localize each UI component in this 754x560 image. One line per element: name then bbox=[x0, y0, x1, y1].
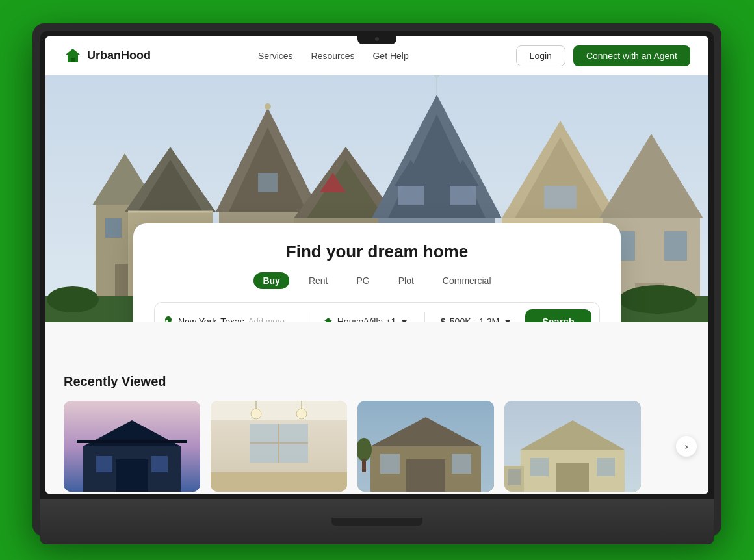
svg-rect-91 bbox=[556, 463, 589, 492]
card-image-1 bbox=[64, 401, 200, 492]
nav-links: Services Resources Get Help bbox=[258, 51, 409, 61]
location-pin-icon bbox=[162, 316, 174, 323]
svg-rect-93 bbox=[597, 458, 615, 476]
card-image-4 bbox=[504, 401, 641, 492]
add-more-label[interactable]: Add more... bbox=[248, 316, 292, 322]
property-type-dropdown[interactable]: House/Villa +1 ▼ bbox=[315, 316, 417, 323]
svg-rect-83 bbox=[406, 459, 445, 492]
login-button[interactable]: Login bbox=[516, 45, 566, 66]
svg-rect-84 bbox=[380, 454, 400, 474]
tab-commercial[interactable]: Commercial bbox=[434, 272, 500, 289]
svg-rect-79 bbox=[211, 472, 347, 492]
svg-point-61 bbox=[619, 285, 697, 314]
svg-rect-95 bbox=[508, 469, 521, 485]
search-bar: New York Texas Add more... House/Villa +… bbox=[154, 302, 600, 322]
home-icon bbox=[323, 316, 333, 323]
main-content: Recently Viewed bbox=[46, 322, 708, 494]
svg-point-22 bbox=[265, 103, 271, 110]
property-type-label: House/Villa +1 bbox=[337, 316, 396, 323]
search-card: Find your dream home Buy Rent PG Plot Co… bbox=[133, 223, 621, 322]
price-range-dropdown[interactable]: $ 500K - 1.2M ▼ bbox=[433, 316, 520, 323]
property-card-2[interactable] bbox=[211, 401, 347, 492]
divider-2 bbox=[424, 312, 425, 323]
svg-point-72 bbox=[251, 409, 261, 419]
tab-rent[interactable]: Rent bbox=[300, 272, 337, 289]
svg-rect-0 bbox=[71, 58, 75, 62]
property-dropdown-chevron: ▼ bbox=[400, 316, 409, 323]
svg-rect-33 bbox=[398, 186, 424, 205]
nav-actions: Login Connect with an Agent bbox=[516, 45, 690, 66]
svg-rect-20 bbox=[258, 173, 278, 192]
property-card-3[interactable] bbox=[358, 401, 494, 492]
svg-rect-52 bbox=[544, 186, 577, 209]
laptop-hinge bbox=[332, 518, 422, 526]
location-tag-ny: New York bbox=[178, 316, 216, 323]
property-card-1[interactable] bbox=[64, 401, 200, 492]
search-tabs: Buy Rent PG Plot Commercial bbox=[154, 272, 600, 289]
card-image-2 bbox=[211, 401, 347, 492]
tab-plot[interactable]: Plot bbox=[389, 272, 423, 289]
divider-1 bbox=[307, 312, 307, 323]
property-card-4[interactable] bbox=[504, 401, 641, 492]
property-cards-row: › bbox=[64, 401, 690, 492]
price-range-label: 500K - 1.2M bbox=[450, 316, 499, 323]
hero-title: Find your dream home bbox=[154, 242, 600, 262]
nav-services[interactable]: Services bbox=[258, 51, 293, 61]
search-button[interactable]: Search bbox=[525, 309, 592, 322]
svg-rect-56 bbox=[664, 231, 687, 261]
hero-section: Find your dream home Buy Rent PG Plot Co… bbox=[46, 75, 708, 322]
svg-point-59 bbox=[47, 286, 99, 312]
svg-rect-68 bbox=[151, 456, 168, 472]
svg-rect-4 bbox=[105, 218, 122, 238]
card-image-3 bbox=[358, 401, 494, 492]
svg-rect-71 bbox=[211, 401, 347, 420]
logo-icon bbox=[64, 47, 82, 65]
location-tags: New York Texas Add more... bbox=[178, 316, 292, 323]
connect-agent-button[interactable]: Connect with an Agent bbox=[573, 45, 690, 66]
svg-rect-35 bbox=[450, 186, 476, 205]
svg-point-73 bbox=[296, 409, 307, 419]
svg-rect-87 bbox=[362, 459, 366, 472]
tab-buy[interactable]: Buy bbox=[254, 272, 289, 289]
laptop-base bbox=[40, 499, 714, 544]
dollar-icon: $ bbox=[441, 316, 446, 323]
svg-rect-69 bbox=[77, 440, 187, 443]
search-location[interactable]: New York Texas Add more... bbox=[162, 316, 299, 323]
next-arrow-button[interactable]: › bbox=[676, 436, 697, 457]
svg-rect-92 bbox=[530, 458, 549, 476]
svg-rect-66 bbox=[116, 459, 148, 492]
svg-rect-85 bbox=[452, 454, 471, 474]
recently-viewed-title: Recently Viewed bbox=[64, 374, 690, 389]
svg-rect-67 bbox=[96, 456, 112, 472]
nav-resources[interactable]: Resources bbox=[311, 51, 355, 61]
next-arrow-icon: › bbox=[685, 441, 688, 452]
logo-area: UrbanHood bbox=[64, 47, 151, 65]
nav-get-help[interactable]: Get Help bbox=[372, 51, 408, 61]
tab-pg[interactable]: PG bbox=[347, 272, 378, 289]
price-dropdown-chevron: ▼ bbox=[503, 316, 512, 323]
logo-text: UrbanHood bbox=[87, 49, 151, 62]
location-tag-tx: Texas bbox=[220, 316, 244, 323]
